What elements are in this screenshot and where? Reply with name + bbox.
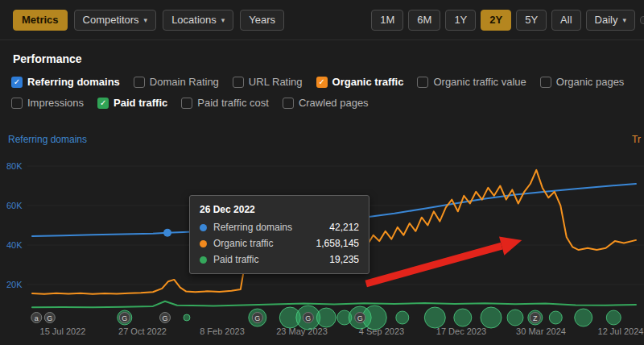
x-axis-tick-label: 12 Jul 2024 [598,326,644,336]
button-1y[interactable]: 1Y [445,10,476,31]
unchecked-checkbox-icon[interactable] [11,98,23,109]
x-axis-tick-label: 17 Dec 2023 [436,326,486,336]
event-badge-letter: G [162,314,167,322]
button-label: 2Y [489,14,502,27]
metric-label: Organic pages [556,76,625,88]
metric-checkbox-domain-rating[interactable]: Domain Rating [134,76,219,88]
button-locations[interactable]: Locations▾ [163,10,233,31]
event-badge-letter: a [35,314,39,322]
checked-checkbox-icon[interactable]: ✓ [11,77,23,88]
series-dot-icon [200,240,207,247]
event-bubble[interactable] [316,308,336,327]
event-bubble[interactable] [454,309,472,326]
app-root: MetricsCompetitors▾Locations▾Years 1M6M1… [0,0,644,345]
unchecked-checkbox-icon[interactable] [181,98,192,109]
right-axis-label-clipped: Tr [632,134,641,145]
button-label: 1M [380,14,394,27]
event-bubble[interactable] [549,311,562,324]
x-axis-tick-label: 15 Jul 2022 [40,326,86,336]
event-bubble[interactable] [396,311,409,324]
metric-checkbox-organic-traffic[interactable]: ✓Organic traffic [316,76,404,88]
toolbar-left-group: MetricsCompetitors▾Locations▾Years [13,10,284,31]
tooltip-series-label: Organic traffic [213,238,310,249]
event-badge-letter: Z [533,314,538,322]
hover-marker-dot [163,229,171,237]
metric-checkbox-organic-traffic-value[interactable]: Organic traffic value [417,76,526,88]
tooltip-series-label: Referring domains [213,222,323,233]
unchecked-checkbox-icon[interactable] [233,77,244,88]
chart-header: Referring domains Tr [0,134,644,145]
metric-label: Organic traffic [332,76,404,88]
metrics-row-1: ✓Referring domainsDomain RatingURL Ratin… [11,76,633,88]
button-metrics[interactable]: Metrics [13,10,68,31]
series-dot-icon [200,256,207,264]
annotation-arrow-head [499,237,522,256]
tooltip-row: Referring domains42,212 [200,222,359,233]
y-axis-tick-label: 60K [6,201,23,210]
metric-label: Impressions [27,97,84,109]
event-bubble[interactable] [481,307,502,328]
button-label: Years [249,14,275,27]
metric-checkbox-impressions[interactable]: Impressions [11,97,84,109]
series-dot-icon [200,224,207,231]
button-1m[interactable]: 1M [371,10,403,31]
metric-checkbox-url-rating[interactable]: URL Rating [233,76,303,88]
x-axis-tick-label: 27 Oct 2022 [118,326,167,336]
x-axis-tick-label: 30 Mar 2024 [516,326,566,336]
checked-checkbox-icon[interactable]: ✓ [97,98,109,109]
event-badge-letter: G [305,314,311,322]
button-5y[interactable]: 5Y [516,10,547,31]
button-2y[interactable]: 2Y [481,10,511,31]
toolbar: MetricsCompetitors▾Locations▾Years 1M6M1… [0,0,644,40]
annotation-arrow-shaft [366,246,502,284]
event-badge-letter: G [122,314,127,322]
tooltip-row: Organic traffic1,658,145 [200,238,359,249]
button-6m[interactable]: 6M [408,10,440,31]
left-axis-label: Referring domains [8,134,87,145]
event-bubble[interactable] [362,306,386,330]
event-bubble[interactable] [184,314,190,321]
event-badge-letter: G [47,314,52,322]
chevron-down-icon: ▾ [144,14,148,27]
metric-checkbox-organic-pages[interactable]: Organic pages [540,76,625,88]
metric-label: Organic traffic value [433,76,526,88]
event-bubble[interactable] [606,310,621,325]
chevron-down-icon: ▾ [221,14,225,27]
event-bubble[interactable] [575,309,592,326]
tooltip-series-value: 42,212 [329,222,359,233]
button-clipped-edge[interactable] [640,16,644,24]
chart-tooltip: 26 Dec 2022 Referring domains42,212Organ… [189,195,369,274]
tooltip-series-label: Paid traffic [213,254,323,265]
metric-checkbox-referring-domains[interactable]: ✓Referring domains [11,76,120,88]
button-daily[interactable]: Daily▾ [586,10,635,31]
unchecked-checkbox-icon[interactable] [134,77,145,88]
event-bubble[interactable] [424,307,445,328]
button-years[interactable]: Years [240,10,284,31]
event-badge-letter: G [357,314,363,322]
performance-heading: Performance [13,52,631,65]
metric-label: URL Rating [249,76,303,88]
unchecked-checkbox-icon[interactable] [540,77,551,88]
x-axis-tick-label: 8 Feb 2023 [200,326,245,336]
toolbar-right-group: 1M6M1Y2Y5YAllDaily▾ [371,10,644,31]
metric-label: Crawled pages [299,97,369,109]
checked-checkbox-icon[interactable]: ✓ [316,77,328,88]
metric-checkbox-paid-traffic-cost[interactable]: Paid traffic cost [181,97,269,109]
button-competitors[interactable]: Competitors▾ [74,10,157,31]
button-all[interactable]: All [551,10,580,31]
event-bubble[interactable] [507,310,523,326]
unchecked-checkbox-icon[interactable] [417,77,428,88]
y-axis-tick-label: 80K [6,161,23,171]
unchecked-checkbox-icon[interactable] [283,98,294,109]
metric-checkbox-paid-traffic[interactable]: ✓Paid traffic [97,97,167,109]
metrics-row-2: Impressions✓Paid trafficPaid traffic cos… [11,97,633,109]
chevron-down-icon: ▾ [622,14,626,27]
chart-section: Referring domains Tr 80K60K40K20K15 Jul … [0,134,644,345]
tooltip-series-value: 19,235 [329,254,359,265]
metric-label: Domain Rating [150,76,219,88]
series-line-paid-traffic [32,301,636,307]
metric-checkbox-crawled-pages[interactable]: Crawled pages [283,97,369,109]
button-label: All [560,14,572,27]
y-axis-tick-label: 20K [6,280,23,289]
y-axis-tick-label: 40K [6,240,23,250]
